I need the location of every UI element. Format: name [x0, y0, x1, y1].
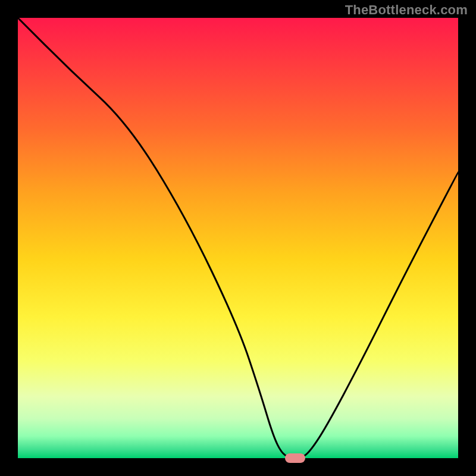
chart-frame: TheBottleneck.com	[0, 0, 476, 476]
optimal-marker	[285, 453, 305, 463]
plot-area	[18, 18, 458, 458]
watermark-text: TheBottleneck.com	[345, 2, 468, 18]
bottleneck-curve	[18, 18, 458, 458]
